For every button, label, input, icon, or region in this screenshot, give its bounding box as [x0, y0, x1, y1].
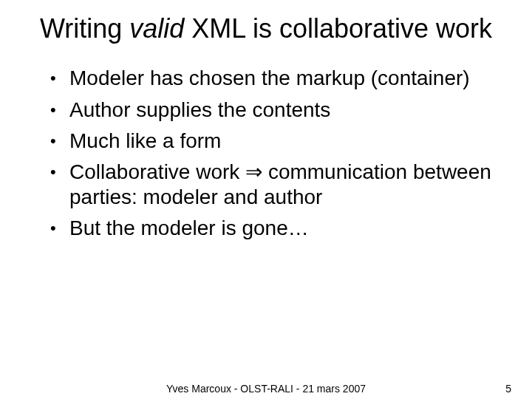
bullet-text: Much like a form	[69, 129, 221, 152]
bullet-list: Modeler has chosen the markup (container…	[27, 66, 505, 241]
slide-title: Writing valid XML is collaborative work	[27, 13, 505, 44]
list-item: Collaborative work ⇒ communication betwe…	[50, 160, 505, 210]
bullet-text: But the modeler is gone…	[69, 216, 309, 239]
title-emph: valid	[129, 13, 184, 44]
page-number: 5	[505, 383, 511, 395]
slide: Writing valid XML is collaborative work …	[0, 0, 532, 399]
list-item: But the modeler is gone…	[50, 216, 505, 241]
title-post: XML is collaborative work	[184, 13, 492, 44]
footer-author: Yves Marcoux - OLST-RALI - 21 mars 2007	[0, 383, 532, 395]
bullet-text: Author supplies the contents	[69, 98, 330, 121]
bullet-text: Collaborative work ⇒ communication betwe…	[69, 160, 491, 208]
title-pre: Writing	[40, 13, 129, 44]
list-item: Author supplies the contents	[50, 98, 505, 123]
list-item: Much like a form	[50, 129, 505, 154]
bullet-text: Modeler has chosen the markup (container…	[69, 66, 470, 89]
list-item: Modeler has chosen the markup (container…	[50, 66, 505, 91]
